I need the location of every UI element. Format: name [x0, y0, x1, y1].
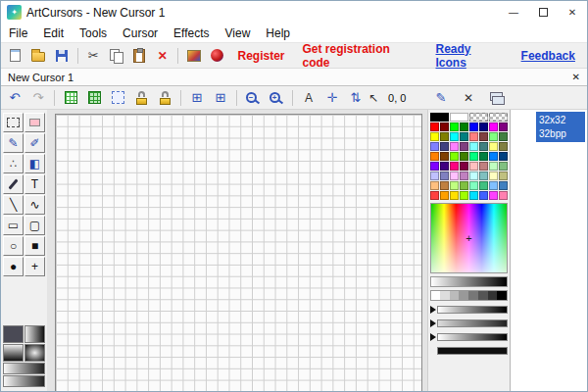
menu-help[interactable]: Help: [258, 26, 298, 40]
swatch-40c080[interactable]: [479, 181, 488, 190]
swatch-808000[interactable]: [440, 132, 449, 141]
tool-eyedropper[interactable]: [3, 174, 24, 194]
swatch-408000[interactable]: [460, 152, 468, 161]
shade-slider-2[interactable]: [430, 318, 508, 328]
dither-grid-button[interactable]: [107, 88, 128, 108]
swatch-408040[interactable]: [499, 132, 508, 141]
swatch-ff8000[interactable]: [430, 152, 439, 161]
swatch-ff0080[interactable]: [450, 162, 459, 171]
swatch-8080c0[interactable]: [440, 172, 449, 180]
edit-colors-button[interactable]: ✎: [430, 88, 452, 108]
get-registration-code-link[interactable]: Get registration code: [303, 42, 418, 70]
swatch-a0ff00[interactable]: [460, 191, 468, 200]
swatch-80c040[interactable]: [460, 181, 468, 190]
tool-pencil[interactable]: ✎: [3, 133, 24, 153]
lock-palette-button[interactable]: [154, 88, 175, 108]
about-button[interactable]: [207, 46, 228, 66]
swatch-80ff80[interactable]: [489, 132, 498, 141]
swatch-808040[interactable]: [499, 142, 508, 151]
swatch-80c080[interactable]: [499, 162, 508, 171]
swatch-ffa000[interactable]: [440, 191, 449, 200]
tab-new-cursor-1[interactable]: New Cursor 1: [8, 72, 74, 83]
swatch-ffc080[interactable]: [430, 181, 439, 190]
swatch-ff80ff[interactable]: [450, 142, 459, 151]
background-texture-preview[interactable]: [3, 375, 45, 387]
swatch-8080ff[interactable]: [430, 142, 439, 151]
swatch-c0ffc0[interactable]: [489, 162, 498, 171]
swatch-ff00ff[interactable]: [489, 122, 498, 131]
slider-thumb-icon[interactable]: [430, 333, 436, 341]
shift-updown-button[interactable]: ⇅: [345, 88, 367, 108]
swatch-8000ff[interactable]: [430, 162, 439, 171]
swatch-4080c0[interactable]: [499, 181, 508, 190]
tool-line[interactable]: ╲: [3, 195, 24, 215]
swatch-c08080[interactable]: [479, 162, 488, 171]
shade-slider-1[interactable]: [430, 304, 508, 315]
paste-button[interactable]: [128, 46, 150, 66]
slider-thumb-icon[interactable]: [430, 306, 436, 314]
color-grid-button[interactable]: [60, 88, 81, 108]
show-grid-button[interactable]: ⊞: [186, 88, 208, 108]
tool-airbrush[interactable]: ∴: [3, 154, 24, 173]
lock-transparency-button[interactable]: [130, 88, 152, 108]
fill-style-solid[interactable]: [3, 325, 24, 343]
slider-track[interactable]: [437, 347, 508, 355]
tool-hotspot[interactable]: +: [24, 257, 45, 276]
delete-button[interactable]: ✕: [152, 46, 173, 66]
fill-style-radial-gradient[interactable]: [24, 344, 45, 362]
swatch-00ffff[interactable]: [450, 132, 459, 141]
tool-filled-ellipse[interactable]: ●: [3, 257, 24, 276]
swatch-ff40ff[interactable]: [489, 191, 498, 200]
tool-rounded-rectangle[interactable]: ▢: [24, 216, 45, 235]
swatch-inverse[interactable]: [489, 113, 508, 122]
swatch-00ff00[interactable]: [450, 122, 459, 131]
pixel-grid-canvas[interactable]: [55, 114, 422, 391]
swatch-black[interactable]: [430, 113, 449, 122]
swatch-004080[interactable]: [499, 152, 508, 161]
swatch-ffe000[interactable]: [450, 191, 459, 200]
layers-button[interactable]: [485, 88, 507, 108]
swatch-400080[interactable]: [440, 162, 449, 171]
tool-select-rectangle[interactable]: [3, 113, 24, 132]
menu-effects[interactable]: Effects: [166, 26, 217, 40]
swatch-408080[interactable]: [479, 142, 488, 151]
tool-curve[interactable]: ∿: [24, 195, 45, 215]
swatch-804000[interactable]: [440, 152, 449, 161]
swatch-c0ffff[interactable]: [469, 172, 478, 180]
shade-slider-4[interactable]: [430, 345, 508, 356]
swatch-c0c0ff[interactable]: [430, 172, 439, 180]
foreground-texture-preview[interactable]: [3, 363, 45, 374]
text-size-button[interactable]: A: [298, 88, 319, 108]
swatch-00e0ff[interactable]: [469, 191, 478, 200]
undo-button[interactable]: ↶: [4, 88, 25, 108]
swatch-008040[interactable]: [479, 152, 488, 161]
swatch-404080[interactable]: [440, 142, 449, 151]
move-button[interactable]: ✛: [321, 88, 343, 108]
shade-slider-3[interactable]: [430, 331, 508, 342]
swatch-80c0ff[interactable]: [489, 181, 498, 190]
show-boxes-button[interactable]: ⊞: [210, 88, 231, 108]
swatch-ffc0ff[interactable]: [450, 172, 459, 180]
tool-rectangle[interactable]: ▭: [3, 216, 24, 235]
slider-track[interactable]: [437, 306, 508, 314]
ready-icons-link[interactable]: Ready Icons: [435, 42, 503, 70]
swatch-0000ff[interactable]: [469, 122, 478, 131]
fill-style-horizontal-gradient[interactable]: [24, 325, 45, 343]
swatch-008000[interactable]: [460, 122, 468, 131]
swatch-c080c0[interactable]: [460, 172, 468, 180]
new-button[interactable]: [5, 46, 26, 66]
tool-brush[interactable]: ✐: [24, 133, 45, 153]
save-button[interactable]: [51, 46, 73, 66]
swatch-ffff00[interactable]: [430, 132, 439, 141]
mono-grid-button[interactable]: [83, 88, 105, 108]
fill-style-vertical-gradient[interactable]: [3, 344, 24, 362]
slider-track[interactable]: [437, 319, 508, 327]
feedback-link[interactable]: Feedback: [521, 49, 575, 63]
swatch-transparent[interactable]: [469, 113, 488, 122]
tool-eraser[interactable]: [24, 113, 45, 132]
swatch-80ffff[interactable]: [469, 142, 478, 151]
swatch-ff8080[interactable]: [469, 132, 478, 141]
tab-close-icon[interactable]: ✕: [572, 72, 580, 82]
swatch-80c0c0[interactable]: [479, 172, 488, 180]
rainbow-color-picker[interactable]: +: [430, 203, 508, 273]
